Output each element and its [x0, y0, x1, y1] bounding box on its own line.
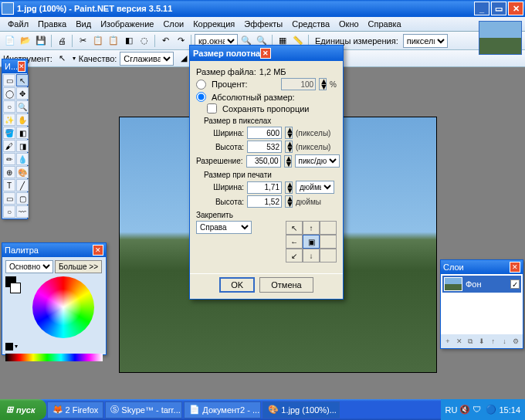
- crop-icon[interactable]: ◧: [122, 34, 136, 48]
- add-layer-icon[interactable]: +: [442, 336, 453, 347]
- anchor-sw[interactable]: ↙: [286, 249, 303, 262]
- deselect-icon[interactable]: ◌: [137, 34, 151, 48]
- redo-icon[interactable]: ↷: [174, 34, 188, 48]
- colors-close-icon[interactable]: ✕: [93, 245, 103, 256]
- tool-ellipse-select[interactable]: ○: [3, 100, 15, 113]
- menu-file[interactable]: Файл: [3, 18, 33, 30]
- tool-magic-wand[interactable]: ✨: [3, 113, 15, 126]
- anchor-nw[interactable]: ↖: [286, 221, 303, 235]
- pwidth-input[interactable]: [247, 181, 282, 194]
- menu-adjustments[interactable]: Коррекция: [188, 18, 239, 30]
- maximize-button[interactable]: ▭: [491, 2, 506, 15]
- anchor-w[interactable]: ←: [286, 235, 303, 249]
- layer-visibility-checkbox[interactable]: ✓: [510, 279, 520, 289]
- layers-close-icon[interactable]: ✕: [510, 262, 520, 273]
- close-button[interactable]: ✕: [508, 2, 523, 15]
- resolution-unit-select[interactable]: пикс/дюйм: [295, 154, 340, 168]
- delete-layer-icon[interactable]: ✕: [454, 336, 465, 347]
- tray-clock[interactable]: 15:14: [499, 405, 520, 415]
- menu-layers[interactable]: Слои: [158, 18, 188, 30]
- swap-colors-icon[interactable]: [5, 343, 13, 351]
- tool-fill[interactable]: 🪣: [3, 127, 15, 139]
- save-icon[interactable]: 💾: [34, 34, 48, 48]
- tool-zoom[interactable]: 🔍: [16, 100, 29, 113]
- layer-item[interactable]: Фон ✓: [442, 276, 521, 293]
- minimize-button[interactable]: _: [474, 2, 489, 15]
- menu-view[interactable]: Вид: [71, 18, 96, 30]
- secondary-color-swatch[interactable]: [10, 283, 21, 293]
- keep-ratio-checkbox[interactable]: [207, 103, 217, 113]
- tool-text[interactable]: T: [3, 179, 15, 191]
- current-tool-icon[interactable]: ↖: [56, 52, 69, 66]
- menu-image[interactable]: Изображение: [96, 18, 158, 30]
- ok-button[interactable]: OK: [219, 277, 255, 293]
- tray-icon-2[interactable]: 🛡: [472, 405, 483, 415]
- tool-pencil[interactable]: ✏: [3, 153, 15, 165]
- resolution-input[interactable]: [246, 155, 281, 168]
- units-select[interactable]: пикселы: [403, 34, 448, 48]
- menu-tools[interactable]: Средства: [287, 18, 334, 30]
- image-thumbnail[interactable]: [479, 21, 522, 55]
- dialog-close-icon[interactable]: ✕: [260, 48, 271, 59]
- layer-properties-icon[interactable]: ⚙: [510, 336, 521, 347]
- task-paintnet[interactable]: 🎨1.jpg (100%)...: [262, 401, 340, 418]
- tool-rounded-rect[interactable]: ▢: [16, 192, 29, 205]
- tool-pan[interactable]: ✋: [16, 113, 29, 126]
- absolute-radio[interactable]: [196, 92, 206, 102]
- anchor-ne[interactable]: [320, 221, 337, 235]
- color-palette-strip[interactable]: [5, 354, 103, 361]
- tool-ellipse[interactable]: ○: [3, 205, 15, 218]
- undo-icon[interactable]: ↶: [158, 34, 172, 48]
- tool-recolor[interactable]: 🎨: [16, 166, 29, 178]
- menu-help[interactable]: Справка: [364, 18, 406, 30]
- copy-icon[interactable]: 📋: [91, 34, 105, 48]
- tray-icon-1[interactable]: 🔇: [459, 405, 470, 415]
- task-document[interactable]: 📄Документ2 - ...: [184, 401, 261, 418]
- open-icon[interactable]: 📂: [19, 34, 32, 48]
- anchor-s[interactable]: ↓: [303, 249, 320, 262]
- menu-effects[interactable]: Эффекты: [239, 18, 287, 30]
- anchor-select[interactable]: Справа: [196, 221, 252, 234]
- tool-eraser[interactable]: ◨: [16, 140, 29, 152]
- anchor-n[interactable]: ↑: [303, 221, 320, 235]
- tray-icon-3[interactable]: 🔵: [486, 405, 496, 415]
- tool-line[interactable]: ╱: [16, 179, 29, 191]
- width-input[interactable]: [247, 127, 282, 139]
- anchor-c[interactable]: ▣: [303, 235, 320, 249]
- move-up-icon[interactable]: ↑: [488, 336, 499, 347]
- width-spinner[interactable]: ▲▼: [285, 127, 293, 139]
- tool-gradient[interactable]: ◧: [16, 127, 29, 139]
- tool-picker[interactable]: 💧: [16, 153, 29, 165]
- tool-brush[interactable]: 🖌: [3, 140, 15, 152]
- task-firefox[interactable]: 🦊2 Firefox: [47, 401, 104, 418]
- tool-rect-select[interactable]: ▭: [3, 74, 15, 86]
- pheight-input[interactable]: [247, 195, 282, 208]
- pwidth-spinner[interactable]: ▲▼: [285, 181, 293, 194]
- tools-close-icon[interactable]: ✕: [18, 61, 25, 72]
- print-icon[interactable]: 🖨: [55, 34, 69, 48]
- tool-freeform[interactable]: 〰: [16, 205, 29, 218]
- height-input[interactable]: [247, 141, 282, 153]
- percent-radio[interactable]: [196, 80, 206, 90]
- tool-lasso[interactable]: ◯: [3, 87, 15, 100]
- merge-layer-icon[interactable]: ⬇: [476, 336, 487, 347]
- paste-icon[interactable]: 📋: [107, 34, 120, 48]
- duplicate-layer-icon[interactable]: ⧉: [465, 336, 476, 347]
- tool-move[interactable]: ↖: [16, 74, 29, 86]
- start-button[interactable]: ⊞ пуск: [0, 399, 46, 420]
- pheight-spinner[interactable]: ▲▼: [285, 195, 293, 208]
- anchor-se[interactable]: [320, 249, 337, 262]
- anchor-e[interactable]: [320, 235, 337, 249]
- tool-rect[interactable]: ▭: [3, 192, 15, 205]
- tool-clone[interactable]: ⊕: [3, 166, 15, 178]
- menu-window[interactable]: Окно: [334, 18, 364, 30]
- task-skype[interactable]: ⓈSkype™ - tarr...: [105, 401, 182, 418]
- move-down-icon[interactable]: ↓: [500, 336, 510, 347]
- tray-lang[interactable]: RU: [445, 405, 458, 415]
- print-unit-select[interactable]: дюймы: [296, 181, 334, 194]
- color-mode-select[interactable]: Основной: [5, 260, 53, 273]
- cut-icon[interactable]: ✂: [76, 34, 90, 48]
- quality-select[interactable]: Сглажива...: [120, 52, 174, 66]
- menu-edit[interactable]: Правка: [33, 18, 71, 30]
- resolution-spinner[interactable]: ▲▼: [284, 155, 292, 168]
